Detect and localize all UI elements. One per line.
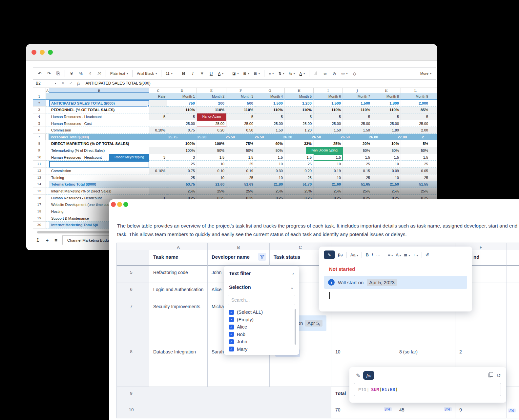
undo-icon[interactable]: ↶: [36, 70, 44, 77]
sheet-cell[interactable]: 25.75: [163, 134, 193, 141]
column-header-G[interactable]: [507, 243, 519, 250]
sheet-cell[interactable]: 2: [422, 134, 437, 141]
row-number[interactable]: 5: [116, 266, 149, 283]
sheet-cell[interactable]: 21.69: [314, 181, 343, 188]
sheet-cell[interactable]: [46, 134, 49, 141]
sheet-cell[interactable]: 1.5: [285, 154, 314, 161]
sheet-cell[interactable]: [430, 161, 437, 168]
bold-icon[interactable]: B: [180, 70, 188, 77]
percent-format-icon[interactable]: %: [77, 70, 85, 77]
sheet-cell[interactable]: 50%: [343, 147, 372, 154]
sheet-cell[interactable]: [149, 147, 167, 154]
sheet-cell[interactable]: 25.00: [343, 120, 372, 127]
sheet-cell[interactable]: 25: [343, 161, 372, 168]
sheet-row-number[interactable]: 3: [33, 107, 46, 113]
sheet-cell[interactable]: 5: [285, 113, 314, 120]
underline-icon[interactable]: U: [207, 70, 215, 77]
sheet-cell[interactable]: [430, 140, 437, 147]
sheet-cell[interactable]: [46, 113, 49, 120]
sheet-cell[interactable]: 5: [401, 113, 430, 120]
header-col-g[interactable]: [507, 250, 519, 266]
sheet-cell[interactable]: [430, 181, 437, 188]
sheet-col-header[interactable]: J: [343, 88, 372, 93]
sheet-cell[interactable]: Telemarketing Total $(000): [49, 181, 149, 188]
sheet-cell[interactable]: Rate: [149, 93, 167, 100]
sheet-cell[interactable]: 40%: [255, 140, 285, 147]
text-wrap-dropdown[interactable]: ↹▾: [287, 71, 297, 76]
align-dropdown[interactable]: ≡ ▾: [388, 252, 393, 257]
sheet-cell[interactable]: [46, 208, 49, 215]
sheet-cell[interactable]: 10: [372, 174, 401, 181]
sheet-cell[interactable]: 110%: [285, 107, 314, 113]
sheet-row-number[interactable]: 4: [33, 113, 46, 120]
filter-option[interactable]: ✓Bob: [229, 331, 299, 338]
sheet-cell[interactable]: [430, 100, 437, 107]
cancel-edit-icon[interactable]: ✕: [59, 81, 67, 86]
cell[interactable]: [208, 387, 270, 403]
sheet-cell[interactable]: 5: [149, 113, 167, 120]
sheet-cell[interactable]: 110%: [255, 107, 285, 113]
sheet-cell[interactable]: 110%: [226, 107, 255, 113]
sheet-cell[interactable]: 5: [314, 113, 343, 120]
sheet-row-number[interactable]: 15: [33, 188, 46, 195]
sheet-cell[interactable]: 25.00: [255, 120, 285, 127]
sheet-cell[interactable]: 33%: [285, 140, 314, 147]
sheet-cell[interactable]: 2.00: [401, 127, 430, 134]
sheet-cell[interactable]: 10: [197, 161, 226, 168]
sheet-cell[interactable]: 51.70: [285, 181, 314, 188]
sheet-cell[interactable]: 0.75: [167, 127, 197, 134]
more-formatting-icon[interactable]: ⋯: [376, 252, 380, 257]
close-window-button[interactable]: [111, 202, 116, 207]
sheet-cell[interactable]: 3: [167, 154, 197, 161]
sheet-cell[interactable]: 10%: [372, 140, 401, 147]
sheet-cell[interactable]: [430, 113, 437, 120]
sheet-col-header[interactable]: [430, 88, 437, 93]
sheet-cell[interactable]: 0.19: [226, 168, 255, 174]
sheet-cell[interactable]: [149, 107, 167, 113]
sheet-cell[interactable]: PERSONNEL (% OF TOTAL SALES): [49, 107, 149, 113]
sheet-cell[interactable]: 25.50: [221, 134, 250, 141]
list-scrollbar[interactable]: [295, 309, 296, 345]
sheet-cell[interactable]: 3: [149, 154, 167, 161]
cell-total-d[interactable]: 70f(x): [331, 403, 395, 418]
fill-handle[interactable]: [147, 105, 150, 107]
row-number[interactable]: 10: [116, 403, 149, 418]
sheet-cell[interactable]: 26.20: [279, 134, 307, 141]
list-dropdown[interactable]: ≣ ▾: [404, 252, 410, 257]
text-color-dropdown[interactable]: A ▾: [396, 252, 401, 257]
sheet-cell[interactable]: [46, 140, 49, 147]
filter-option[interactable]: ✓Mary: [229, 346, 299, 353]
cell[interactable]: [507, 283, 519, 300]
sheet-cell[interactable]: 0.10: [197, 168, 226, 174]
sheet-cell[interactable]: 5: [343, 113, 372, 120]
sheet-row-number[interactable]: 11: [33, 161, 46, 168]
sheet-cell[interactable]: [49, 93, 149, 100]
sheet-cell[interactable]: 10: [197, 174, 226, 181]
minimize-window-button[interactable]: [117, 202, 122, 207]
sheet-cell[interactable]: 25%: [197, 188, 226, 195]
insert-dropdown[interactable]: + ▾: [413, 252, 418, 257]
sheet-cell[interactable]: 1,500: [314, 100, 343, 107]
sheet-cell[interactable]: 1.5: [255, 154, 285, 161]
font-size-dropdown[interactable]: 11▾: [164, 71, 174, 76]
sheet-cell[interactable]: 110%: [372, 107, 401, 113]
text-style-dropdown[interactable]: Plain text▾: [109, 71, 130, 76]
formula-mode-button[interactable]: f(x): [363, 371, 374, 380]
strikethrough-icon[interactable]: Ŧ: [198, 70, 206, 77]
sheet-cell[interactable]: Month 5: [285, 93, 314, 100]
copy-icon[interactable]: [488, 373, 491, 377]
sheet-row-number[interactable]: 18: [33, 208, 46, 215]
sheet-cell[interactable]: 1.50: [343, 127, 372, 134]
sheet-cell[interactable]: 25: [285, 161, 314, 168]
checkbox-checked-icon[interactable]: ✓: [229, 347, 234, 351]
filter-option[interactable]: ✓John: [229, 338, 299, 346]
text-rotation-dropdown[interactable]: A▾: [298, 71, 306, 76]
cell[interactable]: [270, 387, 331, 403]
sheet-cell[interactable]: 26.80: [365, 134, 393, 141]
sheet-cell[interactable]: 25%: [167, 188, 197, 195]
sheet-cell[interactable]: [149, 174, 167, 181]
sheet-cell[interactable]: 10: [255, 161, 285, 168]
sheet-cell[interactable]: 1.5: [226, 154, 255, 161]
sheet-cell[interactable]: 10: [314, 174, 343, 181]
checkbox-checked-icon[interactable]: ✓: [229, 339, 234, 344]
